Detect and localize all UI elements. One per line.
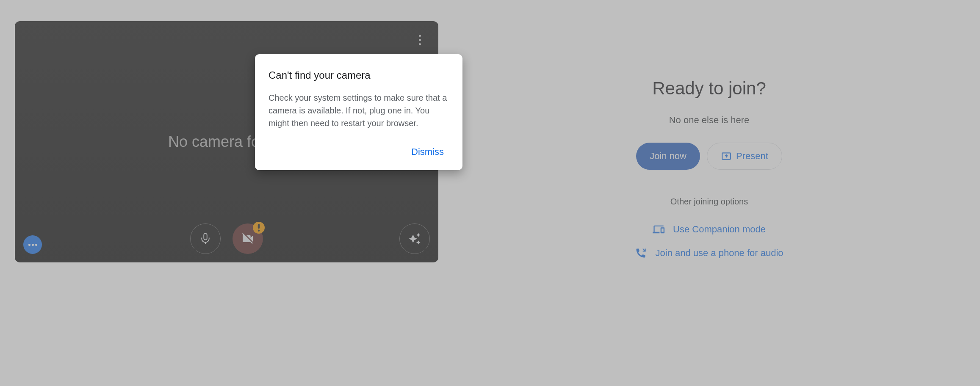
ready-to-join-title: Ready to join? [652, 78, 766, 99]
join-panel: Ready to join? No one else is here Join … [438, 21, 980, 365]
phone-audio-label: Join and use a phone for audio [655, 248, 783, 259]
dialog-actions: Dismiss [269, 143, 449, 161]
dialog-body: Check your system settings to make sure … [269, 91, 449, 130]
present-icon [721, 151, 732, 162]
camera-toggle-button[interactable] [233, 223, 263, 254]
camera-error-dialog: Can't find your camera Check your system… [255, 54, 462, 170]
camera-off-icon [241, 232, 255, 245]
other-options-label: Other joining options [670, 197, 748, 207]
present-button[interactable]: Present [707, 143, 782, 170]
microphone-toggle-button[interactable] [190, 223, 221, 254]
phone-audio-link[interactable]: Join and use a phone for audio [635, 247, 783, 259]
sparkle-icon [408, 232, 421, 245]
visual-effects-button[interactable] [399, 223, 430, 254]
more-options-button[interactable] [410, 30, 430, 50]
svg-point-3 [258, 230, 260, 232]
join-buttons-row: Join now Present [636, 143, 782, 170]
more-vertical-icon [419, 35, 421, 45]
participants-status: No one else is here [669, 115, 750, 126]
dismiss-button[interactable]: Dismiss [406, 143, 449, 161]
svg-rect-0 [204, 234, 207, 240]
microphone-icon [199, 232, 212, 245]
join-now-button[interactable]: Join now [636, 143, 700, 170]
camera-alert-badge [253, 222, 265, 234]
devices-icon [653, 223, 664, 235]
companion-mode-label: Use Companion mode [673, 224, 766, 235]
svg-rect-2 [258, 224, 260, 229]
dialog-title: Can't find your camera [269, 69, 449, 81]
exclamation-icon [257, 224, 260, 232]
companion-mode-link[interactable]: Use Companion mode [653, 223, 766, 235]
present-label: Present [736, 151, 768, 162]
join-now-label: Join now [650, 151, 687, 162]
media-controls [15, 223, 438, 254]
phone-icon [635, 247, 647, 259]
